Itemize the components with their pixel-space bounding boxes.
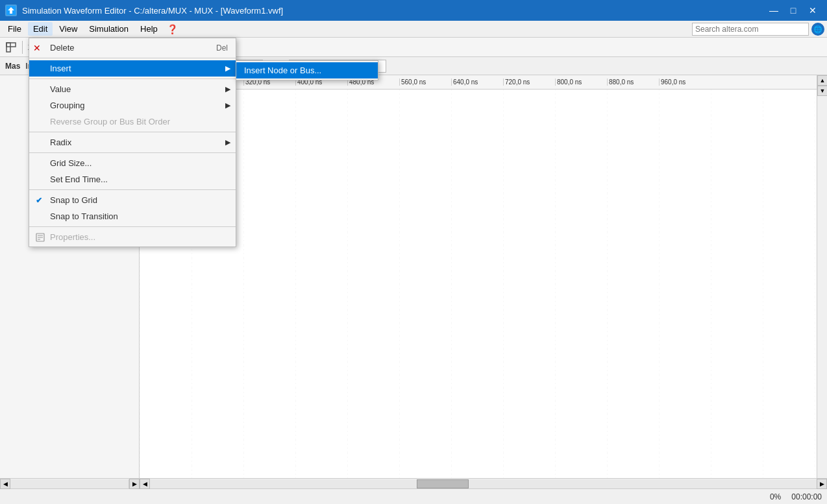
left-hscroll-right-btn[interactable]: ▶: [129, 479, 140, 489]
grouping-label: Grouping: [50, 101, 84, 110]
toolbar-sep-1: [22, 41, 23, 54]
timeline-mark-10: 960,0 ns: [659, 78, 711, 86]
snap-grid-check-icon: ✔: [36, 196, 42, 205]
horizontal-scrollbar: ◀ ▶ ◀ ▶: [0, 478, 827, 488]
grouping-arrow-icon: ▶: [225, 101, 230, 110]
vertical-scrollbar[interactable]: ▲ ▼: [817, 75, 827, 478]
wave-hscroll-track: [150, 479, 817, 488]
menu-item-properties: Properties...: [29, 229, 236, 245]
value-arrow-icon: ▶: [225, 85, 230, 93]
help-icon[interactable]: ❓: [167, 24, 178, 34]
zoom-status: 0%: [770, 492, 781, 501]
vscroll-up-btn[interactable]: ▲: [817, 75, 827, 86]
left-hscroll-left-btn[interactable]: ◀: [0, 479, 10, 489]
wave-hscroll-left-btn[interactable]: ◀: [140, 479, 150, 489]
value-label: Value: [50, 84, 71, 94]
title-bar: Simulation Waveform Editor - C:/altera/M…: [0, 0, 827, 21]
menu-view[interactable]: View: [54, 22, 82, 36]
set-end-time-label: Set End Time...: [50, 174, 108, 184]
menu-item-delete[interactable]: ✕ Delete Del: [29, 40, 236, 56]
properties-icon: [34, 232, 46, 243]
menu-sep-2: [29, 78, 236, 79]
left-hscroll-track: [10, 479, 129, 488]
menu-item-snap-to-transition[interactable]: Snap to Transition: [29, 208, 236, 224]
menu-item-grouping[interactable]: Grouping ▶: [29, 97, 236, 114]
insert-node-label: Insert Node or Bus...: [244, 66, 321, 75]
menu-sep-6: [29, 226, 236, 227]
mas-label: Mas: [5, 62, 20, 71]
toolbar-select-btn[interactable]: [3, 40, 19, 55]
maximize-button[interactable]: □: [784, 3, 802, 18]
menu-item-reverse: Reverse Group or Bus Bit Order: [29, 114, 236, 130]
submenu-insert-node[interactable]: Insert Node or Bus...: [236, 62, 378, 78]
search-input[interactable]: [692, 23, 809, 36]
menu-item-radix[interactable]: Radix ▶: [29, 134, 236, 150]
delete-label: Delete: [50, 43, 75, 53]
menu-item-snap-to-grid[interactable]: ✔ Snap to Grid: [29, 192, 236, 208]
app-icon: [5, 5, 17, 16]
search-area: 🌐: [692, 21, 824, 38]
radix-label: Radix: [50, 138, 71, 147]
globe-icon[interactable]: 🌐: [811, 23, 824, 36]
timeline-mark-9: 880,0 ns: [607, 78, 659, 86]
snap-transition-label: Snap to Transition: [50, 211, 118, 221]
menu-item-value[interactable]: Value ▶: [29, 81, 236, 97]
menu-sep-4: [29, 152, 236, 153]
window-title: Simulation Waveform Editor - C:/altera/M…: [22, 6, 283, 16]
waveform-area: 160,0 ns 240,0 ns 320,0 ns 400,0 ns 480,…: [140, 75, 827, 478]
wave-hscroll-right-btn[interactable]: ▶: [817, 479, 827, 489]
menu-item-grid-size[interactable]: Grid Size...: [29, 155, 236, 171]
wave-hscroll-thumb[interactable]: [417, 479, 469, 488]
insert-submenu: Insert Node or Bus...: [236, 60, 378, 80]
timeline-mark-6: 640,0 ns: [451, 78, 503, 86]
properties-label: Properties...: [50, 232, 95, 242]
menu-item-set-end-time[interactable]: Set End Time...: [29, 171, 236, 187]
timeline-mark-7: 720,0 ns: [503, 78, 555, 86]
svg-rect-23: [140, 90, 827, 478]
grid-area: [140, 90, 827, 478]
time-status: 00:00:00: [791, 492, 822, 501]
menu-item-insert[interactable]: Insert ▶ Insert Node or Bus...: [29, 60, 236, 77]
snap-grid-label: Snap to Grid: [50, 195, 97, 205]
delete-shortcut: Del: [203, 43, 228, 53]
insert-arrow-icon: ▶: [225, 64, 230, 73]
edit-dropdown-menu: ✕ Delete Del Insert ▶ Insert Node or Bus…: [29, 38, 236, 247]
reverse-label: Reverse Group or Bus Bit Order: [50, 117, 170, 126]
grid-svg: [140, 90, 827, 478]
menu-simulation[interactable]: Simulation: [84, 22, 134, 36]
menu-help[interactable]: Help: [135, 22, 163, 36]
grid-size-label: Grid Size...: [50, 158, 92, 168]
menu-file[interactable]: File: [3, 22, 27, 36]
menu-sep-3: [29, 132, 236, 132]
minimize-button[interactable]: —: [765, 3, 783, 18]
title-bar-left: Simulation Waveform Editor - C:/altera/M…: [5, 5, 283, 16]
window-controls: — □ ✕: [765, 3, 822, 18]
menu-sep-5: [29, 189, 236, 190]
insert-label: Insert: [50, 64, 71, 73]
menu-bar: File Edit View Simulation Help ❓ 🌐: [0, 21, 827, 38]
timeline-mark-8: 800,0 ns: [555, 78, 607, 86]
vscroll-down-btn[interactable]: ▼: [817, 86, 827, 96]
close-button[interactable]: ✕: [804, 3, 822, 18]
delete-icon: ✕: [33, 43, 41, 53]
svg-rect-2: [6, 43, 16, 47]
timeline-mark-5: 560,0 ns: [399, 78, 451, 86]
menu-edit[interactable]: Edit: [28, 22, 53, 36]
svg-rect-1: [6, 43, 10, 52]
menu-sep-1: [29, 58, 236, 58]
status-bar: 0% 00:00:00: [0, 488, 827, 504]
radix-arrow-icon: ▶: [225, 138, 230, 147]
